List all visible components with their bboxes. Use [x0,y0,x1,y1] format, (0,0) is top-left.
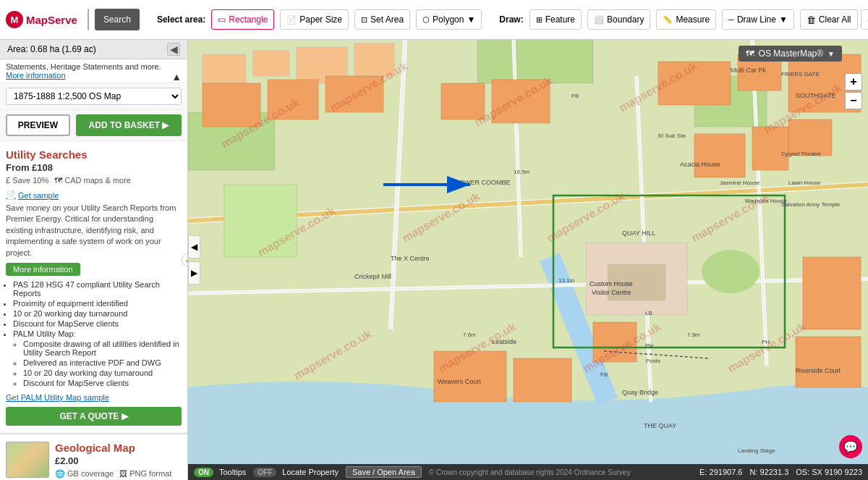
search-button[interactable]: Search [95,9,140,30]
feature-item: 10 or 20 day working day turnaround [23,369,182,377]
more-info-link[interactable]: More information [6,71,66,80]
coord-e: E: 291907.6 [699,468,742,476]
tooltips-toggle[interactable]: ON Tooltips [194,468,246,477]
feature-item: PALM Utility Map: [13,329,182,338]
feature-item: Discount for MapServe clients [23,379,182,387]
svg-text:Cygnet Theatre: Cygnet Theatre [781,151,822,157]
tooltips-pill: ON [194,468,213,477]
utility-searches-price: From £108 [6,162,182,173]
geological-map-price: £2.00 [55,455,182,466]
svg-text:Visitor Centre: Visitor Centre [592,289,631,296]
palm-sub-list: Composite drawing of all utilities ident… [13,340,182,387]
svg-text:Custom House: Custom House [590,280,633,287]
feature-icon: ⊞ [536,15,542,25]
svg-text:7.6m: 7.6m [463,332,476,338]
layer-selector[interactable]: 🗺 OS MasterMap® ▼ [739,46,842,62]
utility-searches-card: Utility Searches From £108 £ Save 10% 🗺 … [0,141,187,434]
os-ref: OS: SX 9190 9223 [796,468,862,476]
svg-text:Posts: Posts [646,358,660,364]
svg-text:Multi Car Pk: Multi Car Pk [731,67,767,74]
svg-rect-2 [203,54,246,83]
layer-chevron-icon: ▼ [827,50,835,58]
geological-map-title: Geological Map [55,442,182,454]
feature-tool-button[interactable]: ⊞ Feature [529,9,582,30]
measure-tool-label: Measure [676,14,710,25]
svg-text:FRIERS GATE: FRIERS GATE [781,71,820,77]
statusbar: ON Tooltips OFF Locate Property Save / O… [188,464,868,480]
palm-sample-link[interactable]: Get PALM Utility Map sample [6,393,109,402]
rectangle-tool-button[interactable]: ▭ Rectangle [211,9,274,30]
geo-thumbnail [6,442,49,478]
right-tools: 🗑 Clear All ↩ Undo OS Questions? Call 03… [800,0,868,44]
feature-item: Composite drawing of all utilities ident… [23,340,182,357]
map-area[interactable]: Multi Car Pk SOUTHGATE LOWER COOMBE QUAY… [188,40,868,480]
geo-meta: 🌐 GB coverage 🖼 PNG format 📄 Get sample [55,469,182,480]
meta-gb: 🌐 GB coverage [55,469,114,479]
add-to-basket-button[interactable]: ADD TO BASKET ▶ [76,114,182,136]
draw-line-icon: ─ [728,15,734,24]
postcode-type-select[interactable]: Postcode [88,9,89,30]
svg-text:Crickepit Mill: Crickepit Mill [354,273,391,280]
svg-rect-33 [514,358,571,402]
info-strip-collapse-icon[interactable]: ▲ [171,71,182,83]
utility-more-info-button[interactable]: More information [6,263,80,276]
logo-icon: M [6,11,23,28]
svg-text:Jasmine House: Jasmine House [720,180,760,186]
svg-text:16.5m: 16.5m [514,169,530,175]
meta-save: £ Save 10% [6,176,48,185]
svg-text:Landing Stage: Landing Stage [738,447,775,454]
save-open-area-button[interactable]: Save / Open Area [346,466,422,478]
clear-all-button[interactable]: 🗑 Clear All [800,9,858,30]
page-arrows: ◀ ▶ [188,235,200,285]
next-page-button[interactable]: ▶ [188,261,200,285]
status-coords: E: 291907.6 N: 92231.3 OS: SX 9190 9223 [699,468,862,476]
sample-icon: 📄 [6,190,16,200]
trash-icon: 🗑 [807,14,816,25]
map-controls: + − [845,73,862,109]
get-quote-button[interactable]: GET A QUOTE ▶ [6,407,182,426]
prev-page-button[interactable]: ◀ [188,235,200,258]
svg-rect-28 [803,257,861,329]
logo[interactable]: M MapServe [6,11,77,28]
meta-png: 🖼 PNG format [119,469,171,478]
map-type-select[interactable]: 1875-1888 1:2,500 OS Map OS MasterMap [6,88,182,105]
preview-button[interactable]: PREVIEW [6,114,70,136]
area-label: Area: 0.68 ha (1.69 ac) [7,44,96,54]
polygon-tool-label: Polygon [433,14,464,25]
svg-text:LB: LB [645,310,652,316]
sidebar-collapse-button[interactable]: ◀ [167,43,180,56]
select-area-label: Select area: [157,14,205,25]
geo-info: Geological Map £2.00 🌐 GB coverage 🖼 PNG… [55,442,182,480]
save-icon: £ [6,176,10,185]
info-strip: Statements, Heritage Statements and more… [0,59,187,83]
zoom-out-button[interactable]: − [845,92,862,109]
meta-sample[interactable]: 📄 Get sample [6,190,59,200]
polygon-icon: ⬡ [422,15,430,25]
set-area-tool-button[interactable]: ⊡ Set Area [354,9,410,30]
svg-point-39 [702,250,760,293]
measure-icon: 📏 [663,15,673,25]
locate-property-toggle[interactable]: OFF Locate Property [253,468,339,477]
polygon-tool-button[interactable]: ⬡ Polygon ▼ [416,9,482,30]
locate-off-label: OFF [253,468,276,477]
locate-property-label: Locate Property [282,468,339,476]
measure-tool-button[interactable]: 📏 Measure [656,9,716,30]
draw-line-tool-button[interactable]: ─ Draw Line ▼ [722,9,794,30]
undo-button[interactable]: ↩ Undo [861,9,868,30]
utility-features-list: PAS 128 HSG 47 compliant Utility Search … [6,280,182,387]
feature-item: Proximity of equipment identified [13,299,182,308]
feature-item: Delivered as interactive PDF and DWG [23,358,182,367]
svg-text:7.9m: 7.9m [687,332,700,338]
svg-text:Acacia House: Acacia House [680,161,720,168]
utility-searches-desc: Save money on your Utility Search Report… [6,203,182,258]
set-area-tool-label: Set Area [370,14,404,25]
paper-size-tool-button[interactable]: 📄 Paper Size [280,9,349,30]
chat-bubble-button[interactable]: 💬 [839,435,862,458]
svg-text:El Sub Sta: El Sub Sta [658,132,686,139]
svg-text:QUAY HILL: QUAY HILL [622,230,655,237]
utility-searches-title: Utility Searches [6,148,182,161]
zoom-in-button[interactable]: + [845,73,862,90]
svg-text:Lawn House: Lawn House [788,180,821,186]
boundary-tool-button[interactable]: ⬜ Boundary [587,9,650,30]
sidebar: Area: 0.68 ha (1.69 ac) ◀ Statements, He… [0,40,188,480]
